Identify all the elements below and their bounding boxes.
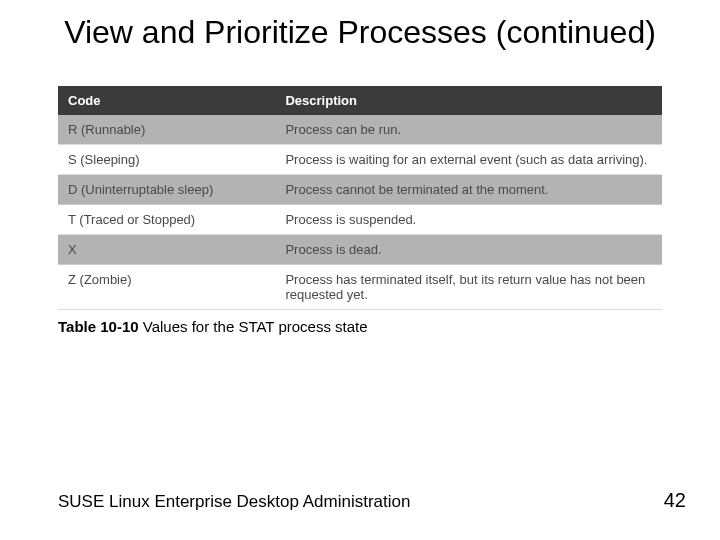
cell-code: T (Traced or Stopped) [58,205,275,235]
cell-code: R (Runnable) [58,115,275,145]
table-header-code: Code [58,86,275,115]
slide: View and Prioritize Processes (continued… [0,0,720,540]
table-row: S (Sleeping) Process is waiting for an e… [58,145,662,175]
stat-table: Code Description R (Runnable) Process ca… [58,86,662,310]
cell-code: X [58,235,275,265]
slide-title: View and Prioritize Processes (continued… [0,0,720,52]
cell-desc: Process has terminated itself, but its r… [275,265,662,310]
cell-desc: Process cannot be terminated at the mome… [275,175,662,205]
caption-bold: Table 10-10 [58,318,139,335]
cell-desc: Process can be run. [275,115,662,145]
cell-desc: Process is dead. [275,235,662,265]
table-header-desc: Description [275,86,662,115]
table-row: X Process is dead. [58,235,662,265]
cell-code: Z (Zombie) [58,265,275,310]
cell-code: D (Uninterruptable sleep) [58,175,275,205]
footer-text: SUSE Linux Enterprise Desktop Administra… [58,492,410,512]
table-row: T (Traced or Stopped) Process is suspend… [58,205,662,235]
page-number: 42 [664,489,686,512]
cell-desc: Process is suspended. [275,205,662,235]
cell-desc: Process is waiting for an external event… [275,145,662,175]
cell-code: S (Sleeping) [58,145,275,175]
table-row: D (Uninterruptable sleep) Process cannot… [58,175,662,205]
caption-rest: Values for the STAT process state [139,318,368,335]
table-row: R (Runnable) Process can be run. [58,115,662,145]
stat-table-container: Code Description R (Runnable) Process ca… [0,86,720,310]
table-row: Z (Zombie) Process has terminated itself… [58,265,662,310]
table-caption: Table 10-10 Values for the STAT process … [58,318,662,335]
table-header-row: Code Description [58,86,662,115]
